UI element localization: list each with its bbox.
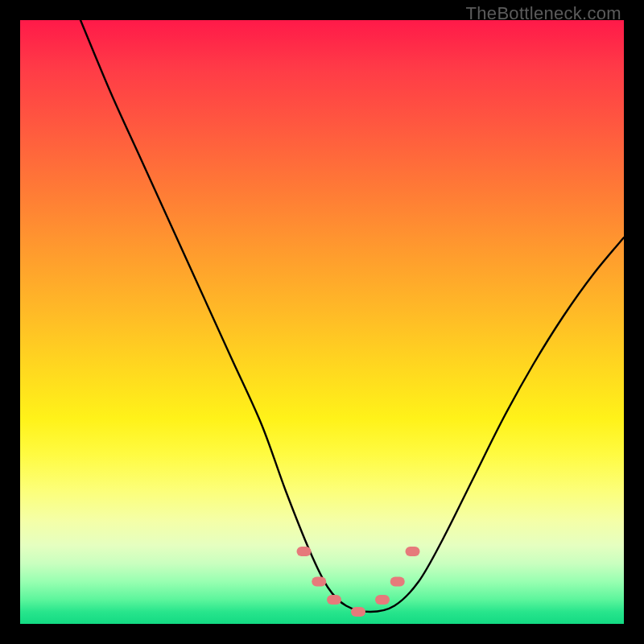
chart-frame: TheBottleneck.com <box>0 0 644 644</box>
curve-layer <box>80 20 624 612</box>
highlight-dot <box>390 577 405 587</box>
highlight-dot <box>297 547 312 556</box>
highlight-dot <box>312 577 326 587</box>
highlight-dot <box>327 595 341 605</box>
chart-svg <box>20 20 624 624</box>
highlight-dot <box>351 607 365 617</box>
highlight-dots-layer <box>297 547 420 617</box>
bottleneck-curve-path <box>80 20 624 612</box>
highlight-dot <box>406 547 420 556</box>
attribution-text: TheBottleneck.com <box>466 3 621 24</box>
highlight-dot <box>375 595 390 605</box>
